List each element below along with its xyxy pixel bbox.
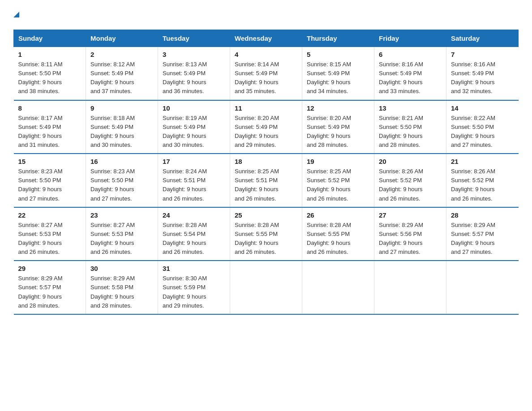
- day-cell: [230, 261, 302, 314]
- day-info: Sunrise: 8:27 AMSunset: 5:53 PMDaylight:…: [90, 222, 135, 255]
- day-number: 16: [90, 158, 153, 165]
- day-cell: 11 Sunrise: 8:20 AMSunset: 5:49 PMDaylig…: [230, 100, 302, 154]
- day-info: Sunrise: 8:24 AMSunset: 5:51 PMDaylight:…: [163, 168, 207, 201]
- day-number: 13: [379, 104, 442, 112]
- week-row-2: 8 Sunrise: 8:17 AMSunset: 5:49 PMDayligh…: [14, 100, 519, 154]
- day-number: 24: [163, 211, 225, 219]
- day-cell: 21 Sunrise: 8:26 AMSunset: 5:52 PMDaylig…: [446, 154, 519, 207]
- day-number: 25: [235, 211, 297, 219]
- weekday-header-monday: Monday: [86, 30, 158, 47]
- day-info: Sunrise: 8:26 AMSunset: 5:52 PMDaylight:…: [379, 168, 423, 201]
- day-info: Sunrise: 8:23 AMSunset: 5:50 PMDaylight:…: [18, 168, 63, 201]
- week-row-5: 29 Sunrise: 8:29 AMSunset: 5:57 PMDaylig…: [14, 261, 519, 314]
- week-row-4: 22 Sunrise: 8:27 AMSunset: 5:53 PMDaylig…: [14, 207, 519, 261]
- day-info: Sunrise: 8:13 AMSunset: 5:49 PMDaylight:…: [163, 61, 207, 94]
- day-number: 19: [307, 158, 369, 165]
- day-cell: 1 Sunrise: 8:11 AMSunset: 5:50 PMDayligh…: [14, 47, 86, 100]
- weekday-header-saturday: Saturday: [446, 30, 519, 47]
- day-cell: 26 Sunrise: 8:28 AMSunset: 5:55 PMDaylig…: [302, 207, 374, 261]
- day-number: 26: [307, 211, 369, 219]
- day-cell: 13 Sunrise: 8:21 AMSunset: 5:50 PMDaylig…: [374, 100, 446, 154]
- weekday-header-wednesday: Wednesday: [230, 30, 302, 47]
- day-number: 11: [235, 104, 297, 112]
- week-row-3: 15 Sunrise: 8:23 AMSunset: 5:50 PMDaylig…: [14, 154, 519, 207]
- day-number: 31: [163, 265, 225, 272]
- day-number: 6: [379, 51, 442, 58]
- day-cell: 17 Sunrise: 8:24 AMSunset: 5:51 PMDaylig…: [158, 154, 230, 207]
- day-cell: 27 Sunrise: 8:29 AMSunset: 5:56 PMDaylig…: [374, 207, 446, 261]
- weekday-header-row: SundayMondayTuesdayWednesdayThursdayFrid…: [14, 30, 519, 47]
- day-cell: 4 Sunrise: 8:14 AMSunset: 5:49 PMDayligh…: [230, 47, 302, 100]
- day-number: 21: [451, 158, 514, 165]
- weekday-header-tuesday: Tuesday: [158, 30, 230, 47]
- day-cell: 25 Sunrise: 8:28 AMSunset: 5:55 PMDaylig…: [230, 207, 302, 261]
- day-cell: 28 Sunrise: 8:29 AMSunset: 5:57 PMDaylig…: [446, 207, 519, 261]
- day-cell: 14 Sunrise: 8:22 AMSunset: 5:50 PMDaylig…: [446, 100, 519, 154]
- day-number: 10: [163, 104, 225, 112]
- day-cell: 24 Sunrise: 8:28 AMSunset: 5:54 PMDaylig…: [158, 207, 230, 261]
- day-number: 27: [379, 211, 442, 219]
- day-number: 2: [90, 51, 153, 58]
- day-number: 28: [451, 211, 514, 219]
- day-cell: 6 Sunrise: 8:16 AMSunset: 5:49 PMDayligh…: [374, 47, 446, 100]
- day-number: 4: [235, 51, 297, 58]
- day-number: 8: [18, 104, 82, 112]
- day-cell: [446, 261, 519, 314]
- day-cell: 18 Sunrise: 8:25 AMSunset: 5:51 PMDaylig…: [230, 154, 302, 207]
- day-info: Sunrise: 8:15 AMSunset: 5:49 PMDaylight:…: [307, 61, 351, 94]
- day-number: 9: [90, 104, 153, 112]
- day-number: 12: [307, 104, 369, 112]
- day-cell: 19 Sunrise: 8:25 AMSunset: 5:52 PMDaylig…: [302, 154, 374, 207]
- day-info: Sunrise: 8:21 AMSunset: 5:50 PMDaylight:…: [379, 115, 423, 148]
- day-info: Sunrise: 8:23 AMSunset: 5:50 PMDaylight:…: [90, 168, 135, 201]
- day-number: 29: [18, 265, 82, 272]
- day-info: Sunrise: 8:17 AMSunset: 5:49 PMDaylight:…: [18, 115, 63, 148]
- day-number: 7: [451, 51, 514, 58]
- day-number: 15: [18, 158, 82, 165]
- day-info: Sunrise: 8:16 AMSunset: 5:49 PMDaylight:…: [379, 61, 423, 94]
- day-info: Sunrise: 8:25 AMSunset: 5:51 PMDaylight:…: [235, 168, 279, 201]
- day-cell: 23 Sunrise: 8:27 AMSunset: 5:53 PMDaylig…: [86, 207, 158, 261]
- day-number: 3: [163, 51, 225, 58]
- day-number: 20: [379, 158, 442, 165]
- day-cell: 16 Sunrise: 8:23 AMSunset: 5:50 PMDaylig…: [86, 154, 158, 207]
- day-cell: 30 Sunrise: 8:29 AMSunset: 5:58 PMDaylig…: [86, 261, 158, 314]
- week-row-1: 1 Sunrise: 8:11 AMSunset: 5:50 PMDayligh…: [14, 47, 519, 100]
- day-cell: 9 Sunrise: 8:18 AMSunset: 5:49 PMDayligh…: [86, 100, 158, 154]
- day-number: 1: [18, 51, 82, 58]
- day-info: Sunrise: 8:29 AMSunset: 5:57 PMDaylight:…: [18, 275, 63, 308]
- weekday-header-thursday: Thursday: [302, 30, 374, 47]
- day-info: Sunrise: 8:26 AMSunset: 5:52 PMDaylight:…: [451, 168, 495, 201]
- day-info: Sunrise: 8:20 AMSunset: 5:49 PMDaylight:…: [235, 115, 279, 148]
- day-info: Sunrise: 8:25 AMSunset: 5:52 PMDaylight:…: [307, 168, 351, 201]
- day-cell: 12 Sunrise: 8:20 AMSunset: 5:49 PMDaylig…: [302, 100, 374, 154]
- day-info: Sunrise: 8:11 AMSunset: 5:50 PMDaylight:…: [18, 61, 63, 94]
- day-cell: 7 Sunrise: 8:16 AMSunset: 5:49 PMDayligh…: [446, 47, 519, 100]
- day-info: Sunrise: 8:28 AMSunset: 5:55 PMDaylight:…: [235, 222, 279, 255]
- day-cell: 31 Sunrise: 8:30 AMSunset: 5:59 PMDaylig…: [158, 261, 230, 314]
- day-info: Sunrise: 8:27 AMSunset: 5:53 PMDaylight:…: [18, 222, 63, 255]
- day-info: Sunrise: 8:20 AMSunset: 5:49 PMDaylight:…: [307, 115, 351, 148]
- day-cell: 20 Sunrise: 8:26 AMSunset: 5:52 PMDaylig…: [374, 154, 446, 207]
- day-info: Sunrise: 8:18 AMSunset: 5:49 PMDaylight:…: [90, 115, 135, 148]
- day-info: Sunrise: 8:28 AMSunset: 5:54 PMDaylight:…: [163, 222, 207, 255]
- day-cell: 15 Sunrise: 8:23 AMSunset: 5:50 PMDaylig…: [14, 154, 86, 207]
- weekday-header-sunday: Sunday: [14, 30, 86, 47]
- day-info: Sunrise: 8:29 AMSunset: 5:58 PMDaylight:…: [90, 275, 135, 308]
- day-info: Sunrise: 8:12 AMSunset: 5:49 PMDaylight:…: [90, 61, 135, 94]
- day-info: Sunrise: 8:14 AMSunset: 5:49 PMDaylight:…: [235, 61, 279, 94]
- day-cell: [302, 261, 374, 314]
- day-cell: 5 Sunrise: 8:15 AMSunset: 5:49 PMDayligh…: [302, 47, 374, 100]
- day-number: 17: [163, 158, 225, 165]
- day-info: Sunrise: 8:29 AMSunset: 5:57 PMDaylight:…: [451, 222, 495, 255]
- day-cell: 10 Sunrise: 8:19 AMSunset: 5:49 PMDaylig…: [158, 100, 230, 154]
- day-number: 18: [235, 158, 297, 165]
- day-cell: 8 Sunrise: 8:17 AMSunset: 5:49 PMDayligh…: [14, 100, 86, 154]
- day-number: 14: [451, 104, 514, 112]
- day-cell: 29 Sunrise: 8:29 AMSunset: 5:57 PMDaylig…: [14, 261, 86, 314]
- calendar-table: SundayMondayTuesdayWednesdayThursdayFrid…: [13, 30, 519, 315]
- day-number: 23: [90, 211, 153, 219]
- day-cell: [374, 261, 446, 314]
- day-info: Sunrise: 8:29 AMSunset: 5:56 PMDaylight:…: [379, 222, 423, 255]
- weekday-header-friday: Friday: [374, 30, 446, 47]
